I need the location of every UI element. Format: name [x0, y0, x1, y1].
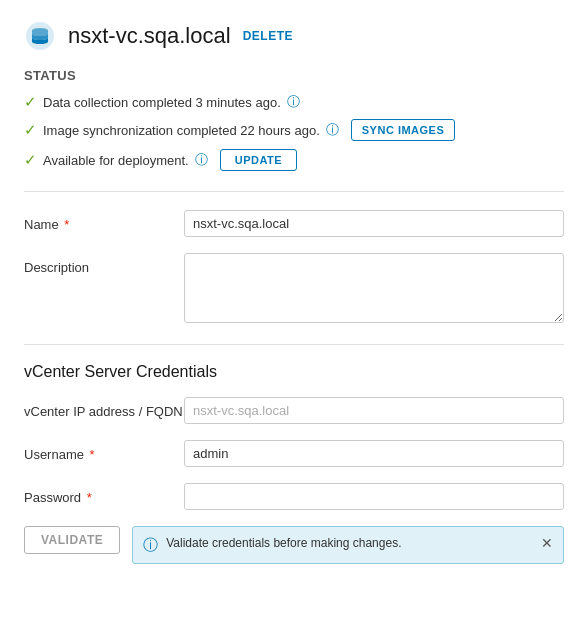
divider-1 [24, 191, 564, 192]
username-input-wrap [184, 440, 564, 467]
info-icon-2[interactable]: ⓘ [326, 121, 339, 139]
status-item-data-collection: ✓ Data collection completed 3 minutes ag… [24, 93, 564, 111]
check-icon-1: ✓ [24, 93, 37, 111]
credentials-section: vCenter Server Credentials vCenter IP ad… [24, 363, 564, 564]
ip-row: vCenter IP address / FQDN [24, 397, 564, 424]
page-title: nsxt-vc.sqa.local [68, 23, 231, 49]
username-required: * [90, 447, 95, 462]
info-banner-close-icon[interactable]: ✕ [541, 535, 553, 551]
description-row: Description [24, 253, 564, 326]
ip-input-wrap [184, 397, 564, 424]
username-input[interactable] [184, 440, 564, 467]
name-required: * [64, 217, 69, 232]
credentials-title: vCenter Server Credentials [24, 363, 564, 381]
password-input-wrap [184, 483, 564, 510]
delete-link[interactable]: DELETE [243, 29, 293, 43]
validate-row: VALIDATE ⓘ Validate credentials before m… [24, 526, 564, 564]
check-icon-3: ✓ [24, 151, 37, 169]
info-icon-3[interactable]: ⓘ [195, 151, 208, 169]
divider-2 [24, 344, 564, 345]
status-label: Status [24, 68, 564, 83]
name-input-wrap [184, 210, 564, 237]
status-item-image-sync: ✓ Image synchronization completed 22 hou… [24, 119, 564, 141]
info-banner-icon: ⓘ [143, 536, 158, 555]
vcenter-icon [24, 20, 56, 52]
name-label: Name * [24, 210, 184, 234]
description-label: Description [24, 253, 184, 277]
status-item-deployment: ✓ Available for deployment. ⓘ UPDATE [24, 149, 564, 171]
name-row: Name * [24, 210, 564, 237]
description-input-wrap [184, 253, 564, 326]
status-text-1: Data collection completed 3 minutes ago. [43, 95, 281, 110]
info-banner-text: Validate credentials before making chang… [166, 535, 533, 552]
password-row: Password * [24, 483, 564, 510]
username-label: Username * [24, 440, 184, 464]
username-row: Username * [24, 440, 564, 467]
name-input[interactable] [184, 210, 564, 237]
info-banner: ⓘ Validate credentials before making cha… [132, 526, 564, 564]
ip-input[interactable] [184, 397, 564, 424]
update-button[interactable]: UPDATE [220, 149, 297, 171]
check-icon-2: ✓ [24, 121, 37, 139]
info-icon-1[interactable]: ⓘ [287, 93, 300, 111]
description-textarea[interactable] [184, 253, 564, 323]
page-header: nsxt-vc.sqa.local DELETE [24, 20, 564, 52]
password-label: Password * [24, 483, 184, 507]
validate-button[interactable]: VALIDATE [24, 526, 120, 554]
status-text-2: Image synchronization completed 22 hours… [43, 123, 320, 138]
sync-images-button[interactable]: SYNC IMAGES [351, 119, 456, 141]
password-required: * [87, 490, 92, 505]
status-section: Status ✓ Data collection completed 3 min… [24, 68, 564, 171]
status-text-3: Available for deployment. [43, 153, 189, 168]
password-input[interactable] [184, 483, 564, 510]
ip-label: vCenter IP address / FQDN [24, 397, 184, 421]
